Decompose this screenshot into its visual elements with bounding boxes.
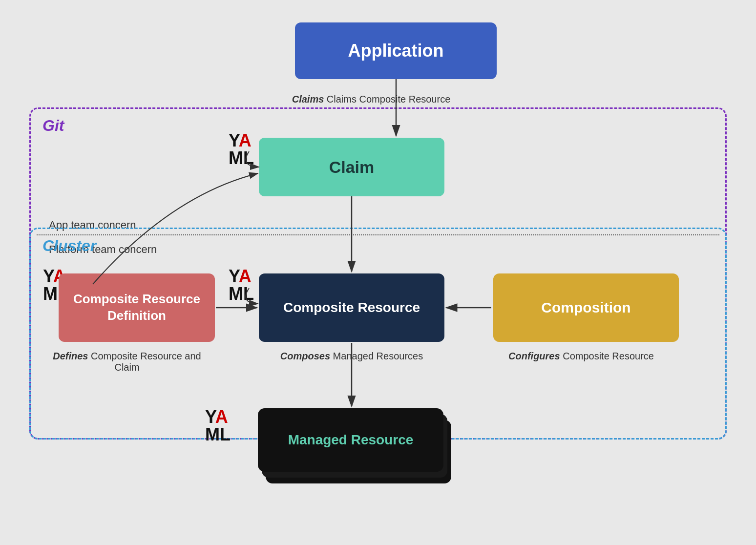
caption-claims: Claims Claims Composite Resource Claims … [273,94,469,105]
composition-box: Composition [493,273,679,342]
yaml-logo-cr: YA ML [229,268,254,303]
managed-resource-box: Managed Resource [258,408,443,472]
claim-label: Claim [329,158,375,177]
mr-label: Managed Resource [288,432,414,448]
cluster-label: Cluster [42,237,96,255]
cr-label: Composite Resource [283,300,420,315]
yaml-logo-claim: YA ML [229,132,254,167]
caption-configures: Configures Composite Resource [479,351,684,362]
caption-composes: Composes Managed Resources [259,351,444,362]
caption-defines: Defines Composite Resource and Claim [39,351,215,373]
composition-label: Composition [541,299,630,316]
application-label: Application [348,41,444,61]
git-label: Git [42,117,64,135]
composite-resource-box: Composite Resource [259,273,444,342]
crd-label: Composite ResourceDefinition [73,291,200,324]
diagram-container: Application Git Claims Claims Composite … [0,0,756,545]
claim-box: Claim [259,138,444,196]
yaml-logo-mr: YA ML [205,408,231,443]
application-box: Application [295,22,497,79]
crd-box: Composite ResourceDefinition [59,273,215,342]
